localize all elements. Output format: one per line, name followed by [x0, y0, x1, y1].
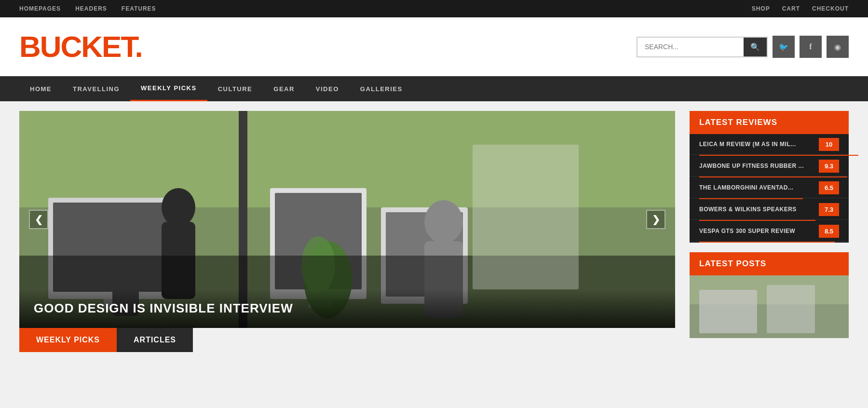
review-item[interactable]: THE LAMBORGHINI AVENTAD... 6.5	[690, 177, 849, 198]
hero-slider: ❮ ❯ GOOD DESIGN IS INVISIBLE INTERVIEW	[19, 111, 675, 328]
latest-reviews-widget: LATEST REVIEWS LEICA M REVIEW (M AS IN M…	[690, 111, 849, 243]
top-bar: HOMEPAGES HEADERS FEATURES SHOP CART CHE…	[0, 0, 868, 17]
latest-posts-image	[690, 275, 849, 338]
top-bar-left-nav: HOMEPAGES HEADERS FEATURES	[19, 5, 156, 12]
nav-galleries[interactable]: GALLERIES	[350, 76, 413, 101]
svg-point-13	[112, 226, 139, 257]
review-score: 9.3	[819, 160, 839, 173]
nav-culture[interactable]: CULTURE	[207, 76, 263, 101]
slider-next-button[interactable]: ❯	[646, 210, 665, 229]
facebook-icon: f	[809, 42, 812, 51]
review-score: 8.5	[819, 225, 839, 238]
review-item[interactable]: VESPA GTS 300 SUPER REVIEW 8.5	[690, 221, 849, 242]
review-title: JAWBONE UP FITNESS RUBBER ...	[699, 156, 819, 176]
svg-rect-22	[699, 290, 757, 333]
topbar-checkout[interactable]: CHECKOUT	[812, 5, 849, 12]
slider-prev-button[interactable]: ❮	[29, 210, 48, 229]
content-area: ❮ ❯ GOOD DESIGN IS INVISIBLE INTERVIEW W…	[0, 101, 868, 362]
header: BUCKET. 🔍 🐦 f ◉	[0, 17, 868, 76]
review-item[interactable]: BOWERS & WILKINS SPEAKERS 7.3	[690, 199, 849, 220]
slider-caption: GOOD DESIGN IS INVISIBLE INTERVIEW	[19, 289, 675, 328]
tab-articles[interactable]: ARTICLES	[117, 328, 193, 352]
nav-home[interactable]: HOME	[19, 76, 62, 101]
facebook-button[interactable]: f	[800, 36, 822, 58]
search-button[interactable]: 🔍	[744, 38, 767, 56]
rss-button[interactable]: ◉	[827, 36, 849, 58]
tab-weekly-picks[interactable]: WEEKLY PICKS	[19, 328, 117, 352]
svg-rect-23	[767, 285, 815, 333]
svg-point-11	[162, 188, 195, 227]
topbar-headers[interactable]: HEADERS	[75, 5, 107, 12]
nav-video[interactable]: VIDEO	[305, 76, 350, 101]
nav-travelling[interactable]: TRAVELLING	[62, 76, 130, 101]
review-item[interactable]: JAWBONE UP FITNESS RUBBER ... 9.3	[690, 156, 849, 177]
posts-svg-art	[690, 275, 849, 338]
slider-title: GOOD DESIGN IS INVISIBLE INTERVIEW	[34, 301, 661, 316]
svg-point-15	[424, 200, 463, 244]
latest-posts-widget: LATEST POSTS	[690, 252, 849, 338]
review-title: VESPA GTS 300 SUPER REVIEW	[699, 221, 819, 241]
main-nav: HOME TRAVELLING WEEKLY PICKS CULTURE GEA…	[0, 76, 868, 101]
review-title: THE LAMBORGHINI AVENTAD...	[699, 177, 819, 198]
latest-posts-title: LATEST POSTS	[690, 252, 849, 275]
search-input[interactable]	[637, 38, 744, 55]
review-item[interactable]: LEICA M REVIEW (M AS IN MIL... 10	[690, 134, 849, 155]
review-score: 6.5	[819, 181, 839, 194]
review-score: 10	[819, 138, 839, 151]
topbar-cart[interactable]: CART	[782, 5, 800, 12]
review-title: LEICA M REVIEW (M AS IN MIL...	[699, 134, 819, 154]
nav-weekly-picks[interactable]: WEEKLY PICKS	[130, 76, 207, 101]
top-bar-right-nav: SHOP CART CHECKOUT	[752, 5, 849, 12]
twitter-button[interactable]: 🐦	[773, 36, 795, 58]
search-box: 🔍	[637, 37, 768, 57]
review-score: 7.3	[819, 203, 839, 216]
rss-icon: ◉	[834, 42, 841, 52]
site-logo[interactable]: BUCKET.	[19, 32, 142, 62]
topbar-homepages[interactable]: HOMEPAGES	[19, 5, 61, 12]
latest-reviews-title: LATEST REVIEWS	[690, 111, 849, 134]
header-right: 🔍 🐦 f ◉	[637, 36, 849, 58]
nav-gear[interactable]: GEAR	[263, 76, 305, 101]
topbar-features[interactable]: FEATURES	[122, 5, 156, 12]
main-column: ❮ ❯ GOOD DESIGN IS INVISIBLE INTERVIEW W…	[19, 111, 675, 352]
review-bar	[699, 242, 835, 243]
sidebar: LATEST REVIEWS LEICA M REVIEW (M AS IN M…	[690, 111, 849, 352]
content-tabs: WEEKLY PICKS ARTICLES	[19, 328, 675, 352]
review-title: BOWERS & WILKINS SPEAKERS	[699, 199, 819, 219]
topbar-shop[interactable]: SHOP	[752, 5, 770, 12]
twitter-icon: 🐦	[779, 42, 788, 52]
search-icon: 🔍	[750, 43, 760, 51]
